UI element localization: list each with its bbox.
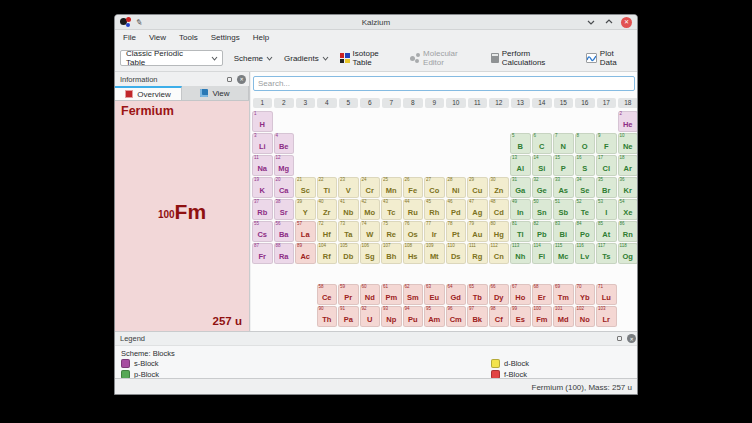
element-Ca[interactable]: 20Ca xyxy=(274,177,295,198)
element-Rg[interactable]: 111Rg xyxy=(467,243,488,264)
element-U[interactable]: 92U xyxy=(360,306,381,327)
element-O[interactable]: 8O xyxy=(575,133,596,154)
element-Es[interactable]: 99Es xyxy=(510,306,531,327)
element-Sn[interactable]: 50Sn xyxy=(532,199,553,220)
element-Lv[interactable]: 116Lv xyxy=(575,243,596,264)
element-Co[interactable]: 27Co xyxy=(424,177,445,198)
element-Ge[interactable]: 32Ge xyxy=(532,177,553,198)
element-Np[interactable]: 93Np xyxy=(381,306,402,327)
element-N[interactable]: 7N xyxy=(553,133,574,154)
element-Zr[interactable]: 40Zr xyxy=(317,199,338,220)
menu-item-file[interactable]: File xyxy=(123,33,136,42)
element-Cf[interactable]: 98Cf xyxy=(489,306,510,327)
close-panel-button[interactable]: ✕ xyxy=(627,334,636,343)
element-B[interactable]: 5B xyxy=(510,133,531,154)
element-Ds[interactable]: 110Ds xyxy=(446,243,467,264)
element-Rh[interactable]: 45Rh xyxy=(424,199,445,220)
element-Ho[interactable]: 67Ho xyxy=(510,284,531,305)
element-Al[interactable]: 13Al xyxy=(510,155,531,176)
element-Lu[interactable]: 71Lu xyxy=(596,284,617,305)
element-Y[interactable]: 39Y xyxy=(295,199,316,220)
minimize-button[interactable] xyxy=(585,17,596,28)
element-Ra[interactable]: 88Ra xyxy=(274,243,295,264)
element-Ba[interactable]: 56Ba xyxy=(274,221,295,242)
element-Tm[interactable]: 69Tm xyxy=(553,284,574,305)
tab-overview[interactable]: Overview xyxy=(115,86,182,100)
element-Lr[interactable]: 103Lr xyxy=(596,306,617,327)
element-Th[interactable]: 90Th xyxy=(317,306,338,327)
element-K[interactable]: 19K xyxy=(252,177,273,198)
element-Br[interactable]: 35Br xyxy=(596,177,617,198)
element-Mt[interactable]: 109Mt xyxy=(424,243,445,264)
element-Sb[interactable]: 51Sb xyxy=(553,199,574,220)
element-Pa[interactable]: 91Pa xyxy=(338,306,359,327)
element-Er[interactable]: 68Er xyxy=(532,284,553,305)
element-Og[interactable]: 118Og xyxy=(618,243,639,264)
element-Rn[interactable]: 86Rn xyxy=(618,221,639,242)
element-No[interactable]: 102No xyxy=(575,306,596,327)
tab-view[interactable]: View xyxy=(182,86,249,100)
element-Te[interactable]: 52Te xyxy=(575,199,596,220)
element-Po[interactable]: 84Po xyxy=(575,221,596,242)
element-Zn[interactable]: 30Zn xyxy=(489,177,510,198)
element-As[interactable]: 33As xyxy=(553,177,574,198)
element-Fr[interactable]: 87Fr xyxy=(252,243,273,264)
element-Nb[interactable]: 41Nb xyxy=(338,199,359,220)
element-V[interactable]: 23V xyxy=(338,177,359,198)
element-At[interactable]: 85At xyxy=(596,221,617,242)
scheme-dropdown[interactable]: Scheme xyxy=(234,54,273,63)
element-W[interactable]: 74W xyxy=(360,221,381,242)
element-Pt[interactable]: 78Pt xyxy=(446,221,467,242)
element-Mg[interactable]: 12Mg xyxy=(274,155,295,176)
element-Na[interactable]: 11Na xyxy=(252,155,273,176)
element-He[interactable]: 2He xyxy=(618,111,639,132)
element-Cu[interactable]: 29Cu xyxy=(467,177,488,198)
element-Ar[interactable]: 18Ar xyxy=(618,155,639,176)
element-Bi[interactable]: 83Bi xyxy=(553,221,574,242)
search-input[interactable] xyxy=(253,76,635,91)
element-Md[interactable]: 101Md xyxy=(553,306,574,327)
element-Si[interactable]: 14Si xyxy=(532,155,553,176)
element-In[interactable]: 49In xyxy=(510,199,531,220)
element-Cm[interactable]: 96Cm xyxy=(446,306,467,327)
float-panel-icon[interactable] xyxy=(227,77,232,82)
element-Nd[interactable]: 60Nd xyxy=(360,284,381,305)
element-Tc[interactable]: 43Tc xyxy=(381,199,402,220)
element-Fe[interactable]: 26Fe xyxy=(403,177,424,198)
element-I[interactable]: 53I xyxy=(596,199,617,220)
element-La[interactable]: 57La xyxy=(295,221,316,242)
element-Gd[interactable]: 64Gd xyxy=(446,284,467,305)
float-panel-icon[interactable] xyxy=(617,336,622,341)
element-Hg[interactable]: 80Hg xyxy=(489,221,510,242)
element-Nh[interactable]: 113Nh xyxy=(510,243,531,264)
element-Hs[interactable]: 108Hs xyxy=(403,243,424,264)
perform-calculations-button[interactable]: Perform Calculations xyxy=(491,49,575,67)
element-P[interactable]: 15P xyxy=(553,155,574,176)
element-S[interactable]: 16S xyxy=(575,155,596,176)
element-Ne[interactable]: 10Ne xyxy=(618,133,639,154)
element-Rf[interactable]: 104Rf xyxy=(317,243,338,264)
maximize-button[interactable] xyxy=(603,17,614,28)
element-Yb[interactable]: 70Yb xyxy=(575,284,596,305)
element-F[interactable]: 9F xyxy=(596,133,617,154)
element-Ac[interactable]: 89Ac xyxy=(295,243,316,264)
menu-item-settings[interactable]: Settings xyxy=(211,33,240,42)
element-Dy[interactable]: 66Dy xyxy=(489,284,510,305)
element-Re[interactable]: 75Re xyxy=(381,221,402,242)
element-Ta[interactable]: 73Ta xyxy=(338,221,359,242)
element-Db[interactable]: 105Db xyxy=(338,243,359,264)
molecular-editor-button[interactable]: Molecular Editor xyxy=(410,49,480,67)
gradients-dropdown[interactable]: Gradients xyxy=(284,54,329,63)
element-Ti[interactable]: 22Ti xyxy=(317,177,338,198)
close-button[interactable]: ✕ xyxy=(621,17,632,28)
element-Sg[interactable]: 106Sg xyxy=(360,243,381,264)
element-Li[interactable]: 3Li xyxy=(252,133,273,154)
element-Pu[interactable]: 94Pu xyxy=(403,306,424,327)
element-Fl[interactable]: 114Fl xyxy=(532,243,553,264)
element-Ir[interactable]: 77Ir xyxy=(424,221,445,242)
element-Rb[interactable]: 37Rb xyxy=(252,199,273,220)
element-Mn[interactable]: 25Mn xyxy=(381,177,402,198)
element-Pb[interactable]: 82Pb xyxy=(532,221,553,242)
element-Ag[interactable]: 47Ag xyxy=(467,199,488,220)
element-Xe[interactable]: 54Xe xyxy=(618,199,639,220)
